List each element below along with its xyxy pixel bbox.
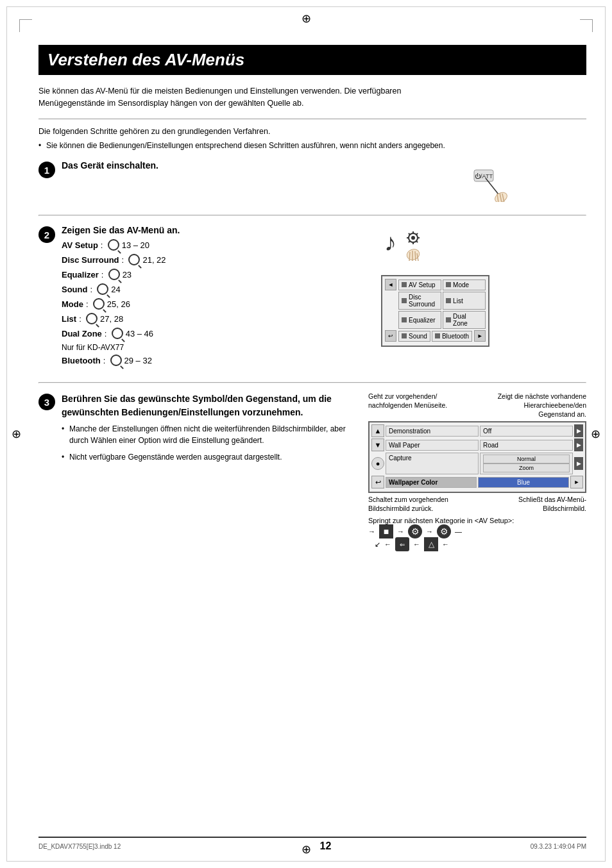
mag-icon-list bbox=[86, 313, 98, 324]
arrow-sequence-diagram: → ■ → ⚙ → ⚙ — ↙ ← ⇐ ← bbox=[368, 524, 586, 551]
nd-capture-options: Normal Zoom bbox=[480, 453, 573, 474]
nd-demonstration: Demonstration bbox=[386, 426, 479, 437]
intro-bullet: Sie können die Bedienungen/Einstellungen… bbox=[38, 140, 586, 151]
av-menu-row-nav: ◄ AV Setup Mode bbox=[385, 279, 486, 290]
mag-icon-av-setup bbox=[108, 239, 119, 251]
mag-icon-disc bbox=[128, 254, 140, 265]
page-title: Verstehen des AV-Menüs bbox=[47, 50, 577, 70]
step-1-title: Das Gerät einschalten. bbox=[62, 160, 368, 171]
av-menu-row-2: Disc Surround List bbox=[385, 292, 486, 310]
av-item-mode: Mode bbox=[443, 280, 486, 290]
av-item-icon-8 bbox=[435, 333, 440, 338]
nd-btn-back: ↩ bbox=[371, 476, 384, 488]
bnl-right: Schließt das AV-Menü-Bildschirmbild. bbox=[484, 496, 586, 513]
menu-item-bluetooth: Bluetooth: 29 – 32 bbox=[62, 355, 368, 366]
mag-icon-bluetooth bbox=[110, 355, 122, 366]
corner-tr bbox=[580, 19, 593, 32]
divider-line bbox=[38, 119, 586, 119]
bnl-left: Schaltet zum vorgehenden Bildschirmbild … bbox=[368, 496, 471, 513]
nd-wallpaper-color: Wallpaper Color bbox=[386, 477, 477, 488]
nd-zoom: Zoom bbox=[483, 463, 570, 472]
nd-capture: Capture bbox=[386, 453, 479, 474]
av-item-disc: Disc Surround bbox=[398, 292, 441, 310]
music-gear-icon: ♪ bbox=[381, 225, 426, 263]
step-1: 1 Das Gerät einschalten. ⏻/ATT bbox=[38, 160, 586, 202]
av-item-dualzone: Dual Zone bbox=[443, 311, 486, 329]
nd-btn-down: ▼ bbox=[371, 438, 384, 451]
menu-item-mode: Mode: 25, 26 bbox=[62, 298, 368, 310]
step-divider-2 bbox=[38, 382, 586, 383]
bluetooth-list: Bluetooth: 29 – 32 bbox=[62, 355, 368, 366]
nav-top-labels: Geht zur vorgehenden/ nachfolgenden Menü… bbox=[368, 392, 586, 419]
av-item-list: List bbox=[443, 292, 486, 310]
footer-file: DE_KDAVX7755[E]3.indb 12 bbox=[38, 843, 121, 850]
seq-row-1: → ■ → ⚙ → ⚙ — bbox=[368, 524, 586, 538]
seq-triangle: △ bbox=[424, 537, 438, 551]
footer-date: 09.3.23 1:49:04 PM bbox=[531, 843, 586, 850]
av-nav-back: ↩ bbox=[385, 330, 396, 342]
step-1-number: 1 bbox=[38, 162, 55, 178]
av-item-icon-2 bbox=[402, 298, 407, 303]
av-item-avsetup: AV Setup bbox=[398, 280, 441, 290]
steps-intro: Die folgenden Schritte gehören zu den gr… bbox=[38, 126, 586, 138]
nd-road: Road bbox=[480, 440, 573, 451]
nd-arrow-3: ▶ bbox=[574, 457, 583, 470]
step-2-title: Zeigen Sie das AV-Menü an. bbox=[62, 225, 368, 235]
step-3-bullets: Manche der Einstellungen öffnen nicht di… bbox=[62, 423, 362, 463]
step-3-number: 3 bbox=[38, 394, 55, 410]
svg-line-17 bbox=[409, 241, 410, 242]
av-menu-display: ◄ AV Setup Mode bbox=[381, 275, 489, 347]
av-menu-items: AV Setup Mode bbox=[398, 280, 486, 290]
nav-row-2: ▼ Wall Paper Road ▶ bbox=[371, 438, 583, 451]
seq-box-icon: ■ bbox=[379, 524, 393, 538]
power-button-image: ⏻/ATT bbox=[455, 167, 513, 202]
mag-icon-mode bbox=[93, 298, 105, 310]
menu-item-av-setup: AV Setup: 13 – 20 bbox=[62, 239, 368, 251]
step-3-title: Berühren Sie das gewünschte Symbol/den G… bbox=[62, 392, 362, 419]
step-3-left: Berühren Sie das gewünschte Symbol/den G… bbox=[62, 392, 362, 551]
menu-item-list: List: 27, 28 bbox=[62, 313, 368, 324]
nav-display: ▲ Demonstration Off ▶ ▼ Wall Paper bbox=[368, 421, 586, 493]
intro-paragraph: Sie können das AV-Menü für die meisten B… bbox=[38, 85, 586, 110]
step-2-number: 2 bbox=[38, 226, 55, 243]
page-number: 12 bbox=[320, 840, 332, 852]
av-menu-row-3: Equalizer Dual Zone bbox=[385, 311, 486, 329]
mag-icon-dualzone bbox=[112, 328, 123, 339]
reg-mark-right: ⊕ bbox=[591, 427, 600, 441]
av-spacer-2 bbox=[385, 314, 396, 326]
av-item-icon-6 bbox=[446, 298, 451, 303]
av-menu-items-2: Disc Surround List bbox=[398, 292, 486, 310]
mag-icon-sound bbox=[97, 283, 108, 295]
intro-text-2: Menügegenstände im Sensordisplay hängen … bbox=[38, 97, 586, 110]
seq-gear-icon: ⚙ bbox=[437, 524, 451, 538]
nd-normal: Normal bbox=[483, 455, 570, 463]
nav-row-3: ● Capture Normal Zoom ▶ bbox=[371, 453, 583, 474]
svg-line-15 bbox=[416, 241, 418, 242]
seq-row-2: ↙ ← ⇐ ← △ ← bbox=[375, 537, 586, 551]
menu-item-eq: Equalizer: 23 bbox=[62, 269, 368, 280]
svg-line-16 bbox=[416, 233, 418, 235]
av-nav-left: ◄ bbox=[385, 279, 396, 290]
step-1-columns: Das Gerät einschalten. ⏻/ATT bbox=[62, 160, 586, 202]
av-item-icon-5 bbox=[446, 282, 451, 287]
nd-items-1: Demonstration Off bbox=[386, 426, 573, 437]
step-3-right: Geht zur vorgehenden/ nachfolgenden Menü… bbox=[368, 392, 586, 551]
step-3-bullet-2: Nicht verfügbare Gegenstände werden ausg… bbox=[62, 451, 362, 463]
step-3-content: Berühren Sie das gewünschte Symbol/den G… bbox=[62, 392, 586, 551]
reg-mark-top: ⊕ bbox=[302, 12, 311, 26]
step-2-columns: Zeigen Sie das AV-Menü an. AV Setup: 13 … bbox=[62, 225, 586, 369]
step-3: 3 Berühren Sie das gewünschte Symbol/den… bbox=[38, 392, 586, 551]
main-content: Verstehen des AV-Menüs Sie können das AV… bbox=[38, 45, 586, 836]
svg-point-18 bbox=[405, 247, 421, 262]
nd-btn-up: ▲ bbox=[371, 424, 384, 437]
av-item-sound: Sound bbox=[398, 331, 430, 342]
nd-blue: Blue bbox=[478, 477, 569, 488]
svg-point-9 bbox=[411, 236, 415, 240]
nd-off: Off bbox=[480, 426, 573, 437]
nd-arrow-1: ▶ bbox=[574, 424, 583, 437]
av-spacer bbox=[385, 295, 396, 306]
nav-row-1: ▲ Demonstration Off ▶ bbox=[371, 424, 583, 437]
spring-note: Springt zur nächsten Kategorie in <AV Se… bbox=[368, 517, 586, 524]
step-2-menu-list: AV Setup: 13 – 20 Disc Surround: 21, 22 … bbox=[62, 239, 368, 339]
menu-item-sound: Sound: 24 bbox=[62, 283, 368, 295]
